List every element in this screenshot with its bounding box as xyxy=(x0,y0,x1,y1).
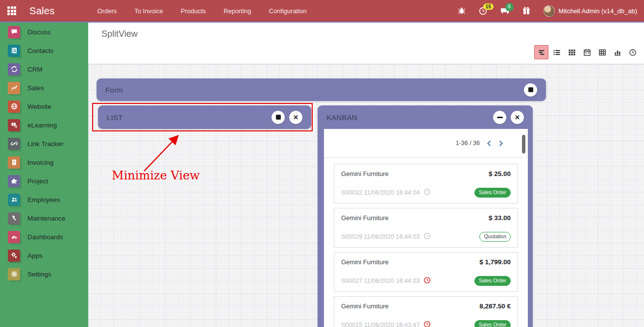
kanban-panel: KANBAN ✕ 1-36 / 36 xyxy=(318,105,533,327)
apps-icon xyxy=(8,250,20,262)
sidebar-item-project[interactable]: Project xyxy=(0,172,88,190)
pager-next-icon[interactable] xyxy=(498,140,503,147)
card-customer: Gemini Furniture xyxy=(341,258,389,266)
sidebar-item-sales[interactable]: Sales xyxy=(0,78,88,97)
top-navbar: Sales Orders To Invoice Products Reporti… xyxy=(0,0,644,23)
kanban-panel-header[interactable]: KANBAN ✕ xyxy=(318,105,533,129)
card-reference: S00032 11/06/2020 16:44:04 xyxy=(341,189,420,196)
menu-orders[interactable]: Orders xyxy=(97,5,118,17)
activity-count-badge: 15 xyxy=(483,3,494,10)
form-restore-button[interactable] xyxy=(524,83,537,97)
pager-range: 1-36 / 36 xyxy=(456,140,480,147)
activity-clock-icon[interactable]: 15 xyxy=(479,6,488,15)
link-tracker-icon xyxy=(8,138,20,150)
kanban-close-button[interactable]: ✕ xyxy=(511,111,524,124)
user-name: Mitchell Admin (v14_db_ab) xyxy=(559,7,637,15)
sales-icon xyxy=(8,82,20,94)
bug-icon[interactable] xyxy=(457,6,466,15)
kanban-scrollbar-thumb[interactable] xyxy=(522,135,525,153)
svg-text:$: $ xyxy=(13,160,15,164)
status-badge: Sales Order xyxy=(474,276,511,286)
app-brand[interactable]: Sales xyxy=(29,5,55,17)
dashboards-icon xyxy=(8,231,20,243)
collapse-icon xyxy=(497,117,503,118)
card-amount: $ 1,799.00 xyxy=(479,258,511,266)
card-customer: Gemini Furniture xyxy=(341,214,389,222)
activity-clock-overdue-icon[interactable] xyxy=(423,277,431,286)
minimize-icon xyxy=(276,115,281,120)
kanban-cards: Gemini Furniture $ 25.00 S00032 11/06/20… xyxy=(324,158,528,327)
contacts-icon xyxy=(8,45,20,57)
form-panel-title: Form xyxy=(105,86,123,94)
kanban-pager: 1-36 / 36 xyxy=(324,129,522,158)
sidebar-item-settings[interactable]: Settings xyxy=(0,265,88,283)
splitview-canvas: Form LIST ✕ KANBAN xyxy=(88,64,644,327)
sidebar-item-invoicing[interactable]: $ Invoicing xyxy=(0,153,88,172)
app-menu: Orders To Invoice Products Reporting Con… xyxy=(97,5,308,17)
kanban-body: 1-36 / 36 Gemini Furniture $ 25.00 xyxy=(324,129,528,327)
kanban-collapse-button[interactable] xyxy=(493,111,506,124)
form-panel-header[interactable]: Form xyxy=(97,78,546,101)
activity-view-button[interactable] xyxy=(625,45,640,59)
kanban-card[interactable]: Gemini Furniture 8,287.50 € S00015 11/06… xyxy=(334,296,518,327)
status-badge: Sales Order xyxy=(474,188,511,198)
user-avatar xyxy=(544,5,555,17)
kanban-panel-title: KANBAN xyxy=(326,113,357,122)
maintenance-icon xyxy=(8,212,20,225)
graph-view-button[interactable] xyxy=(610,45,624,59)
sidebar-item-employees[interactable]: Employees xyxy=(0,190,88,209)
menu-products[interactable]: Products xyxy=(180,5,207,17)
apps-menu-icon[interactable] xyxy=(7,6,16,15)
kanban-card[interactable]: Gemini Furniture $ 33.00 S00029 11/06/20… xyxy=(334,208,518,248)
status-badge: Sales Order xyxy=(474,320,511,327)
list-view-button[interactable] xyxy=(549,45,564,59)
pivot-view-button[interactable] xyxy=(595,45,609,59)
menu-to-invoice[interactable]: To Invoice xyxy=(133,5,164,17)
card-amount: 8,287.50 € xyxy=(479,302,511,310)
sidebar-item-link-tracker[interactable]: Link Tracker xyxy=(0,134,88,153)
card-reference: S00029 11/06/2020 16:44:03 xyxy=(341,233,420,240)
control-panel: SplitView xyxy=(88,23,644,64)
list-panel-header[interactable]: LIST ✕ xyxy=(98,105,311,129)
sidebar-item-elearning[interactable]: eLearning xyxy=(0,116,88,134)
status-badge: Quotation xyxy=(479,232,511,242)
card-amount: $ 33.00 xyxy=(489,214,511,222)
sidebar-item-website[interactable]: Website xyxy=(0,97,88,116)
splitview-button[interactable] xyxy=(534,45,548,59)
odoo-window: Sales Orders To Invoice Products Reporti… xyxy=(0,0,644,327)
pager-previous-icon[interactable] xyxy=(487,140,492,147)
user-menu[interactable]: Mitchell Admin (v14_db_ab) xyxy=(544,5,637,17)
apps-sidebar: Discuss Contacts CRM Sales Website eLear… xyxy=(0,23,88,327)
kanban-card[interactable]: Gemini Furniture $ 1,799.00 S00027 11/06… xyxy=(334,252,518,292)
sidebar-item-crm[interactable]: CRM xyxy=(0,60,88,78)
invoicing-icon: $ xyxy=(8,156,20,169)
calendar-view-button[interactable] xyxy=(580,45,594,59)
settings-icon xyxy=(8,268,20,280)
messages-icon[interactable]: 6 xyxy=(500,6,509,15)
list-close-button[interactable]: ✕ xyxy=(289,111,302,124)
systray: 15 6 Mitchell Admin (v14_db_ab) xyxy=(457,5,644,17)
main-area: SplitView xyxy=(88,23,644,327)
menu-configuration[interactable]: Configuration xyxy=(268,5,308,17)
activity-clock-icon[interactable] xyxy=(423,232,431,242)
sidebar-item-apps[interactable]: Apps xyxy=(0,246,88,265)
gift-icon[interactable] xyxy=(522,6,531,15)
elearning-icon xyxy=(8,119,20,131)
sidebar-item-maintenance[interactable]: Maintenance xyxy=(0,209,88,227)
menu-reporting[interactable]: Reporting xyxy=(223,5,252,17)
card-customer: Gemini Furniture xyxy=(341,170,389,177)
sidebar-item-dashboards[interactable]: Dashboards xyxy=(0,227,88,246)
view-switcher xyxy=(534,45,640,59)
kanban-view-button[interactable] xyxy=(565,45,579,59)
list-minimize-button[interactable] xyxy=(272,111,285,124)
card-reference: S00015 11/06/2020 16:43:47 xyxy=(341,322,420,327)
list-panel-title: LIST xyxy=(107,113,123,122)
sidebar-item-contacts[interactable]: Contacts xyxy=(0,41,88,60)
crm-icon xyxy=(8,63,20,75)
activity-clock-overdue-icon[interactable] xyxy=(423,321,431,327)
activity-clock-icon[interactable] xyxy=(423,188,431,198)
card-reference: S00027 11/06/2020 16:44:03 xyxy=(341,277,420,284)
kanban-card[interactable]: Gemini Furniture $ 25.00 S00032 11/06/20… xyxy=(334,164,518,203)
close-icon: ✕ xyxy=(293,114,298,121)
sidebar-item-discuss[interactable]: Discuss xyxy=(0,23,88,41)
